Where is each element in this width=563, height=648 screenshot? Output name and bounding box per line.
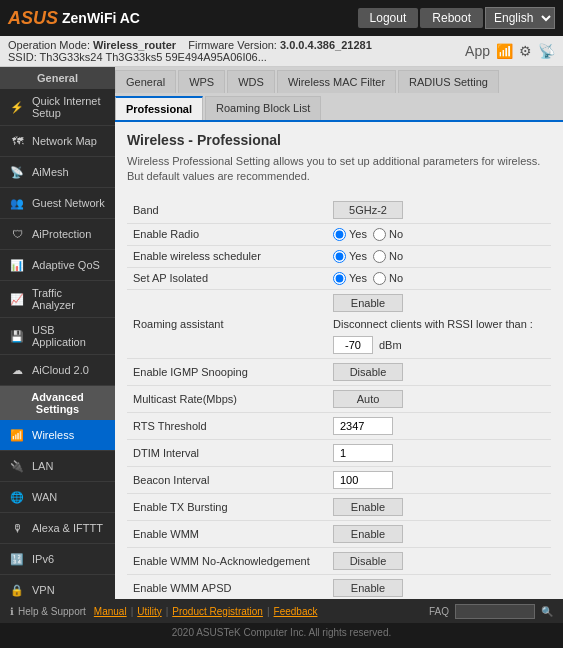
sidebar-item-alexa-ifttt[interactable]: 🎙 Alexa & IFTTT: [0, 513, 115, 544]
settings-icon[interactable]: ⚙: [519, 43, 532, 59]
logout-button[interactable]: Logout: [358, 8, 419, 28]
rssi-unit: dBm: [379, 339, 402, 351]
sidebar-item-ipv6[interactable]: 🔢 IPv6: [0, 544, 115, 575]
ap-isolated-yes[interactable]: [333, 272, 346, 285]
scheduler-no-label[interactable]: No: [373, 250, 403, 263]
app-icon[interactable]: App: [465, 43, 490, 59]
sidebar-label-wireless: Wireless: [32, 429, 74, 441]
wmm-no-ack-dropdown[interactable]: Disable: [333, 552, 403, 570]
brand-logo: ASUS ZenWiFi AC: [8, 8, 140, 29]
igmp-snooping-dropdown[interactable]: Disable: [333, 363, 403, 381]
sidebar-item-aiprotection[interactable]: 🛡 AiProtection: [0, 219, 115, 250]
enable-radio-yes-label[interactable]: Yes: [333, 228, 367, 241]
firmware-label: Firmware Version:: [188, 39, 277, 51]
tab-roaming-block-list[interactable]: Roaming Block List: [205, 96, 321, 120]
advanced-section-header: Advanced Settings: [0, 386, 115, 420]
beacon-interval-label: Beacon Interval: [127, 466, 327, 493]
sidebar-item-traffic-analyzer[interactable]: 📈 Traffic Analyzer: [0, 281, 115, 318]
wifi-icon[interactable]: 📶: [496, 43, 513, 59]
sidebar-label-aiprotection: AiProtection: [32, 228, 91, 240]
sidebar-item-quick-internet-setup[interactable]: ⚡ Quick Internet Setup: [0, 89, 115, 126]
tab-wireless-mac-filter[interactable]: Wireless MAC Filter: [277, 70, 396, 93]
wmm-label: Enable WMM: [127, 520, 327, 547]
multicast-rate-dropdown[interactable]: Auto: [333, 390, 403, 408]
operation-mode-label: Operation Mode:: [8, 39, 90, 51]
beacon-interval-input[interactable]: [333, 471, 393, 489]
sidebar-item-lan[interactable]: 🔌 LAN: [0, 451, 115, 482]
rssi-input[interactable]: [333, 336, 373, 354]
sidebar-item-aicloud[interactable]: ☁ AiCloud 2.0: [0, 355, 115, 386]
multicast-rate-label: Multicast Rate(Mbps): [127, 385, 327, 412]
tab-wds[interactable]: WDS: [227, 70, 275, 93]
sidebar-item-aimesh[interactable]: 📡 AiMesh: [0, 157, 115, 188]
help-support-label: Help & Support: [18, 606, 86, 617]
sidebar-item-wan[interactable]: 🌐 WAN: [0, 482, 115, 513]
tab-professional[interactable]: Professional: [115, 96, 203, 120]
operation-mode-value: Wireless_router: [93, 39, 176, 51]
dtim-interval-input[interactable]: [333, 444, 393, 462]
reboot-button[interactable]: Reboot: [420, 8, 483, 28]
general-section-header: General: [0, 67, 115, 89]
faq-search-input[interactable]: [455, 604, 535, 619]
footer-manual-link[interactable]: Manual: [94, 606, 127, 617]
enable-radio-no-label[interactable]: No: [373, 228, 403, 241]
table-row: Enable WMM Enable: [127, 520, 551, 547]
tab-bar: General WPS WDS Wireless MAC Filter RADI…: [115, 67, 563, 122]
ap-isolated-no-label[interactable]: No: [373, 272, 403, 285]
scheduler-yes-label[interactable]: Yes: [333, 250, 367, 263]
footer-product-registration-link[interactable]: Product Registration: [172, 606, 263, 617]
sidebar-label-aicloud: AiCloud 2.0: [32, 364, 89, 376]
band-dropdown[interactable]: 5GHz-2: [333, 201, 403, 219]
sidebar-label-aimesh: AiMesh: [32, 166, 69, 178]
aiprotection-icon: 🛡: [8, 225, 26, 243]
scheduler-no[interactable]: [373, 250, 386, 263]
sidebar-label-lan: LAN: [32, 460, 53, 472]
ipv6-icon: 🔢: [8, 550, 26, 568]
table-row: Enable wireless scheduler Yes No: [127, 245, 551, 267]
alexa-icon: 🎙: [8, 519, 26, 537]
search-icon[interactable]: 🔍: [541, 606, 553, 617]
footer-utility-link[interactable]: Utility: [137, 606, 161, 617]
quick-internet-icon: ⚡: [8, 98, 26, 116]
lan-icon: 🔌: [8, 457, 26, 475]
signal-icon[interactable]: 📡: [538, 43, 555, 59]
adaptive-qos-icon: 📊: [8, 256, 26, 274]
network-map-icon: 🗺: [8, 132, 26, 150]
tab-wps[interactable]: WPS: [178, 70, 225, 93]
rts-threshold-input[interactable]: [333, 417, 393, 435]
wmm-dropdown[interactable]: Enable: [333, 525, 403, 543]
tx-bursting-dropdown[interactable]: Enable: [333, 498, 403, 516]
wan-icon: 🌐: [8, 488, 26, 506]
sidebar-item-network-map[interactable]: 🗺 Network Map: [0, 126, 115, 157]
sidebar-item-vpn[interactable]: 🔒 VPN: [0, 575, 115, 599]
vpn-icon: 🔒: [8, 581, 26, 599]
sidebar-item-wireless[interactable]: 📶 Wireless: [0, 420, 115, 451]
tab-radius-setting[interactable]: RADIUS Setting: [398, 70, 499, 93]
sidebar-item-adaptive-qos[interactable]: 📊 Adaptive QoS: [0, 250, 115, 281]
top-navigation: Logout Reboot English: [358, 7, 555, 29]
sidebar-item-usb-application[interactable]: 💾 USB Application: [0, 318, 115, 355]
footer-feedback-link[interactable]: Feedback: [274, 606, 318, 617]
ap-isolated-no[interactable]: [373, 272, 386, 285]
language-select[interactable]: English: [485, 7, 555, 29]
dtim-interval-label: DTIM Interval: [127, 439, 327, 466]
table-row: Multicast Rate(Mbps) Auto: [127, 385, 551, 412]
scheduler-yes[interactable]: [333, 250, 346, 263]
roaming-assistant-dropdown[interactable]: Enable: [333, 294, 403, 312]
info-bar: Operation Mode: Wireless_router Firmware…: [0, 36, 563, 67]
wmm-apsd-dropdown[interactable]: Enable: [333, 579, 403, 597]
content-area: General WPS WDS Wireless MAC Filter RADI…: [115, 67, 563, 599]
table-row: RTS Threshold: [127, 412, 551, 439]
enable-radio-no[interactable]: [373, 228, 386, 241]
sidebar-label-usb-application: USB Application: [32, 324, 107, 348]
page-description: Wireless Professional Setting allows you…: [127, 154, 551, 185]
ap-isolated-yes-label[interactable]: Yes: [333, 272, 367, 285]
tab-general[interactable]: General: [115, 70, 176, 93]
sidebar-label-guest-network: Guest Network: [32, 197, 105, 209]
sidebar-label-ipv6: IPv6: [32, 553, 54, 565]
table-row: Band 5GHz-2: [127, 197, 551, 224]
firmware-value: 3.0.0.4.386_21281: [280, 39, 372, 51]
sidebar-item-guest-network[interactable]: 👥 Guest Network: [0, 188, 115, 219]
ap-isolated-label: Set AP Isolated: [127, 267, 327, 289]
enable-radio-yes[interactable]: [333, 228, 346, 241]
